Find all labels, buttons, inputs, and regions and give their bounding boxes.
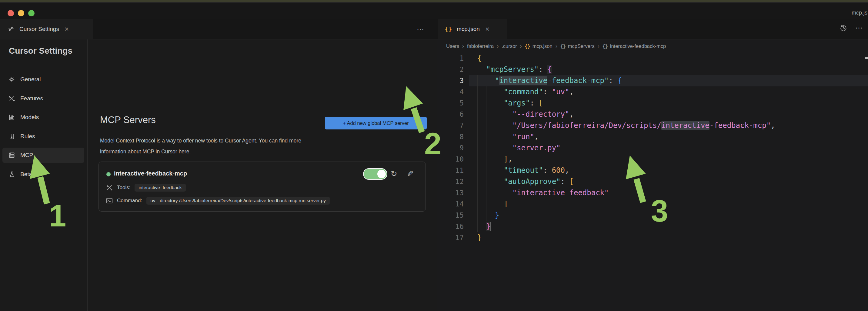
terminal-icon bbox=[106, 197, 113, 204]
command-label: Command: bbox=[117, 198, 142, 204]
tab-mcp-json[interactable]: {} mcp.json × bbox=[438, 19, 507, 39]
titlebar: mcp.js bbox=[0, 2, 868, 19]
window-title: mcp.js bbox=[851, 10, 867, 16]
breadcrumb-item[interactable]: Users bbox=[446, 43, 459, 49]
object-braces-icon: {} bbox=[525, 44, 530, 49]
cursor-settings-pane: Cursor Settings GeneralFeaturesModelsRul… bbox=[0, 39, 437, 311]
code-line-2: "mcpServers": { bbox=[477, 64, 552, 75]
breadcrumb-item[interactable]: {}mcpServers bbox=[560, 43, 595, 49]
sidebar-item-models[interactable]: Models bbox=[2, 110, 84, 125]
breadcrumb-separator: › bbox=[497, 43, 499, 50]
sidebar-item-label: General bbox=[20, 76, 41, 83]
editor-tabbar: {} mcp.json × bbox=[437, 19, 868, 39]
sidebar-item-label: Beta bbox=[20, 171, 32, 178]
toggle-knob bbox=[377, 170, 386, 178]
breadcrumb-item[interactable]: {}mcp.json bbox=[525, 43, 553, 49]
traffic-light-zoom[interactable] bbox=[28, 10, 35, 17]
code-line-1: { bbox=[477, 53, 482, 64]
line-number: 3 bbox=[437, 75, 464, 86]
code-line-16: } bbox=[477, 221, 490, 232]
code-line-3: "interactive-feedback-mcp": { bbox=[477, 75, 622, 86]
line-number: 17 bbox=[437, 232, 464, 243]
code-line-10: ], bbox=[477, 154, 513, 165]
line-number: 15 bbox=[437, 210, 464, 221]
mcp-server-card: interactive-feedback-mcp ↻ ✎ Tools: inte… bbox=[98, 161, 426, 212]
server-name: interactive-feedback-mcp bbox=[114, 170, 187, 177]
breadcrumb-separator: › bbox=[520, 43, 522, 50]
tools-value-badge: interactive_feedback bbox=[134, 184, 185, 192]
close-tab-icon[interactable]: × bbox=[485, 26, 490, 33]
json-file-icon: {} bbox=[445, 26, 452, 32]
gear-icon bbox=[8, 76, 15, 83]
timeline-history-icon[interactable] bbox=[839, 24, 847, 32]
code-line-15: } bbox=[477, 210, 499, 221]
line-number: 5 bbox=[437, 98, 464, 109]
line-number: 1 bbox=[437, 53, 464, 64]
sidebar-divider bbox=[87, 39, 88, 311]
sidebar-item-label: Rules bbox=[20, 133, 35, 140]
annotation-number-1: 1 bbox=[41, 200, 74, 231]
edit-server-icon[interactable]: ✎ bbox=[407, 169, 414, 179]
editor-more-actions-icon[interactable]: ⋯ bbox=[855, 24, 863, 32]
line-number: 16 bbox=[437, 221, 464, 232]
code-line-12: "autoApprove": [ bbox=[477, 176, 574, 187]
flask-icon bbox=[8, 171, 15, 178]
annotation-number-3: 3 bbox=[643, 195, 676, 227]
code-editor[interactable]: 1{2 "mcpServers": {3 "interactive-feedba… bbox=[437, 53, 868, 311]
breadcrumb-item[interactable]: {}interactive-feedback-mcp bbox=[602, 43, 666, 49]
code-line-14: ] bbox=[477, 198, 508, 210]
breadcrumb-item[interactable]: .cursor bbox=[502, 43, 517, 49]
tools-row: Tools: interactive_feedback bbox=[106, 184, 186, 192]
sidebar-item-general[interactable]: General bbox=[2, 72, 84, 87]
tab-label: mcp.json bbox=[457, 26, 480, 32]
overview-ruler-marker bbox=[865, 57, 868, 59]
page-title: Cursor Settings bbox=[9, 46, 72, 56]
breadcrumb-item[interactable]: fabioferreira bbox=[467, 43, 494, 49]
sidebar-item-features[interactable]: Features bbox=[2, 91, 84, 106]
description-line1: Model Context Protocol is a way to offer… bbox=[100, 137, 301, 144]
breadcrumb-separator: › bbox=[556, 43, 557, 50]
add-global-mcp-server-button[interactable]: + Add new global MCP server bbox=[325, 117, 427, 129]
tools-label: Tools: bbox=[117, 185, 130, 191]
json-editor-pane: Users›fabioferreira›.cursor›{}mcp.json›{… bbox=[437, 39, 868, 311]
tab-cursor-settings[interactable]: Cursor Settings × bbox=[0, 19, 93, 39]
code-line-17: } bbox=[477, 232, 482, 243]
command-value-badge: uv --directory /Users/fabioferreira/Dev/… bbox=[146, 197, 330, 205]
code-line-9: "server.py" bbox=[477, 143, 561, 154]
chart-icon bbox=[8, 114, 15, 121]
sliders-icon bbox=[8, 26, 14, 32]
annotation-number-2: 2 bbox=[416, 128, 450, 159]
traffic-light-minimize[interactable] bbox=[18, 10, 24, 17]
line-number: 2 bbox=[437, 64, 464, 75]
sidebar-item-label: Features bbox=[20, 95, 43, 102]
close-tab-icon[interactable]: × bbox=[65, 26, 69, 33]
code-line-8: "run", bbox=[477, 131, 538, 143]
server-enabled-toggle[interactable] bbox=[363, 168, 387, 180]
settings-tabbar: Cursor Settings × ⋯ bbox=[0, 19, 437, 39]
breadcrumb-separator: › bbox=[462, 43, 464, 50]
sidebar-item-rules[interactable]: Rules bbox=[2, 129, 84, 144]
breadcrumb-separator: › bbox=[598, 43, 599, 50]
code-line-6: "--directory", bbox=[477, 109, 574, 120]
refresh-server-icon[interactable]: ↻ bbox=[391, 169, 397, 179]
sidebar-item-beta[interactable]: Beta bbox=[2, 167, 84, 182]
server-status-dot bbox=[106, 172, 111, 177]
sidebar-item-label: MCP bbox=[20, 152, 33, 158]
description-line2: information about MCP in Cursor bbox=[100, 149, 179, 155]
command-row: Command: uv --directory /Users/fabioferr… bbox=[106, 197, 330, 205]
sidebar-item-label: Models bbox=[20, 114, 39, 121]
code-line-11: "timeout": 600, bbox=[477, 165, 569, 176]
object-braces-icon: {} bbox=[602, 44, 608, 49]
editor-action-buttons: ⋯ bbox=[839, 24, 863, 32]
sidebar-item-mcp[interactable]: MCP bbox=[2, 148, 84, 163]
line-number: 11 bbox=[437, 165, 464, 176]
tab-label: Cursor Settings bbox=[20, 26, 59, 32]
here-link[interactable]: here bbox=[179, 149, 189, 155]
object-braces-icon: {} bbox=[560, 44, 566, 49]
code-line-7: "/Users/fabioferreira/Dev/scripts/intera… bbox=[477, 120, 775, 131]
traffic-light-close[interactable] bbox=[7, 10, 14, 17]
section-title: MCP Servers bbox=[100, 115, 156, 125]
line-number: 6 bbox=[437, 109, 464, 120]
stack-icon bbox=[8, 152, 15, 158]
tabbar-more-actions-icon[interactable]: ⋯ bbox=[414, 24, 427, 35]
